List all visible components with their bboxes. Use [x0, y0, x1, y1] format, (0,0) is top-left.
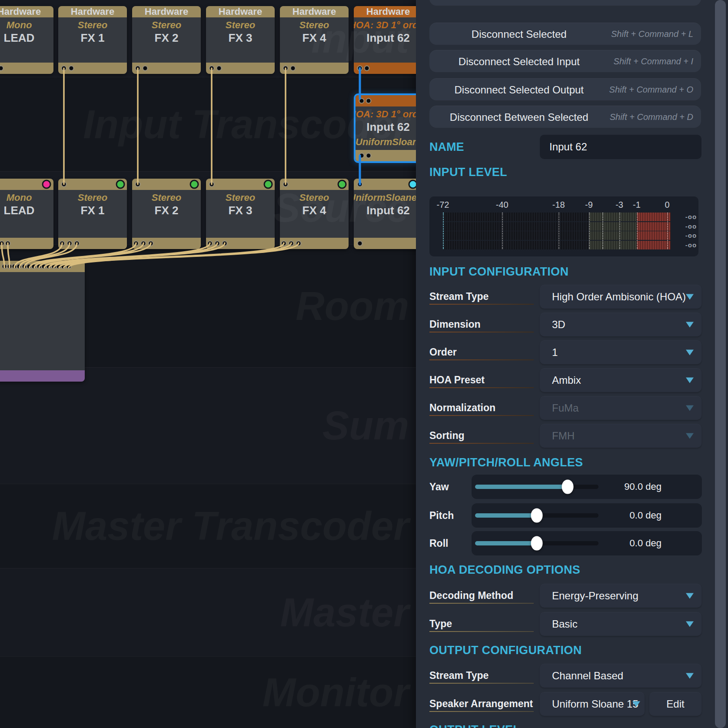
node-graph-canvas[interactable]: HardwareMonoLEADHardwareStereoFX 1Hardwa…	[0, 0, 416, 728]
hw-input-lead[interactable]: HardwareMonoLEAD	[0, 6, 53, 74]
meter-channel-value: -oo	[678, 231, 704, 240]
speaker-edit-button[interactable]: Edit	[649, 692, 701, 716]
source-fx3[interactable]: StereoFX 3	[206, 179, 275, 249]
port[interactable]	[357, 66, 363, 71]
port[interactable]	[60, 241, 65, 246]
hoa-preset-dropdown[interactable]: Ambix	[540, 368, 701, 392]
order-dropdown[interactable]: 1	[540, 340, 701, 364]
source-input-62[interactable]: UniformSloane15Input 62	[354, 179, 416, 249]
port[interactable]	[133, 241, 139, 246]
slider-track[interactable]	[475, 541, 598, 545]
port[interactable]	[283, 66, 289, 71]
node-subtitle: UniformSloane15	[354, 192, 416, 203]
disconnect-selected-output-button[interactable]: Disconnect Selected OutputShift + Comman…	[429, 78, 701, 101]
name-input[interactable]: Input 62	[540, 135, 701, 159]
port[interactable]	[289, 241, 294, 246]
pitch-slider[interactable]: 0.0 deg	[472, 503, 702, 528]
port[interactable]	[209, 66, 215, 71]
port[interactable]	[366, 98, 372, 104]
port[interactable]	[5, 241, 11, 246]
node-input-band	[206, 179, 275, 190]
node-output-band	[206, 63, 275, 74]
node-output-band	[132, 63, 201, 74]
roll-slider[interactable]: 0.0 deg	[472, 531, 702, 555]
chevron-down-icon	[686, 433, 694, 439]
type-label: Type	[429, 612, 452, 636]
port[interactable]	[141, 241, 146, 246]
hoa-decoding-header: HOA DECODING OPTIONS	[429, 563, 580, 577]
speaker-arrangement-dropdown[interactable]: Uniform Sloane 15	[540, 692, 645, 716]
port[interactable]	[143, 66, 148, 71]
port[interactable]	[74, 241, 80, 246]
meter-zone-mid	[589, 222, 637, 231]
slider-track[interactable]	[475, 485, 598, 489]
panel-scrollbar-track	[726, 0, 728, 728]
port[interactable]	[0, 66, 4, 71]
port[interactable]	[359, 153, 365, 159]
room-node[interactable]: dr)URAL	[0, 261, 85, 382]
node-header: Hardware	[132, 6, 201, 17]
node-subtitle: Mono	[7, 20, 32, 31]
yaw-slider-row: Yaw90.0 deg	[416, 475, 728, 499]
port[interactable]	[357, 241, 363, 246]
node-output-band	[354, 238, 416, 249]
disconnect-between-selected-button[interactable]: Disconnect Between SelectedShift + Comma…	[429, 106, 701, 129]
port[interactable]	[0, 241, 5, 246]
meter-channel-value: -oo	[678, 213, 704, 221]
input-transcoder-62[interactable]: HOA: 3D 1° orderInput 62UniformSloane15	[354, 93, 416, 163]
hw-input-fx2[interactable]: HardwareStereoFX 2	[132, 6, 201, 74]
port[interactable]	[69, 66, 74, 71]
button-label: Disconnect Between Selected	[429, 111, 598, 123]
panel-button-partial[interactable]	[429, 0, 701, 7]
port[interactable]	[67, 241, 73, 246]
source-fx2[interactable]: StereoFX 2	[132, 179, 201, 249]
meter-gridline	[558, 213, 559, 249]
decoding-method-dropdown[interactable]: Energy-Preserving	[540, 584, 701, 608]
port[interactable]	[364, 66, 370, 71]
node-title: FX 3	[229, 204, 253, 217]
dimension-dropdown[interactable]: 3D	[540, 312, 701, 336]
hw-input-62[interactable]: HardwareHOA: 3D 1° orderInput 62	[354, 6, 416, 74]
port[interactable]	[61, 66, 67, 71]
stream-type-dropdown[interactable]: Channel Based	[540, 664, 701, 688]
port[interactable]	[283, 182, 289, 187]
yaw-slider[interactable]: 90.0 deg	[472, 475, 702, 499]
source-lead[interactable]: MonoLEAD	[0, 179, 53, 249]
stream-type-row: Stream TypeHigh Order Ambisonic (HOA)	[416, 285, 728, 309]
port[interactable]	[366, 153, 372, 159]
type-dropdown[interactable]: Basic	[540, 612, 701, 636]
meter-gridline	[502, 213, 503, 249]
port[interactable]	[61, 182, 67, 187]
slider-thumb[interactable]	[562, 480, 574, 494]
port[interactable]	[209, 182, 215, 187]
port[interactable]	[215, 241, 220, 246]
panel-scrollbar-thumb[interactable]	[715, 0, 726, 728]
port[interactable]	[359, 98, 365, 104]
port[interactable]	[296, 241, 302, 246]
source-fx1[interactable]: StereoFX 1	[58, 179, 127, 249]
slider-track[interactable]	[475, 513, 598, 518]
hw-input-fx4[interactable]: HardwareStereoFX 4	[280, 6, 349, 74]
order-row: Order1	[416, 340, 728, 364]
node-title: Input 62	[366, 120, 410, 134]
hw-input-fx3[interactable]: HardwareStereoFX 3	[206, 6, 275, 74]
port[interactable]	[222, 241, 228, 246]
source-fx4[interactable]: StereoFX 4	[280, 179, 349, 249]
disconnect-selected-input-button[interactable]: Disconnect Selected InputShift + Command…	[429, 50, 701, 73]
port[interactable]	[216, 66, 222, 71]
slider-thumb[interactable]	[531, 536, 543, 551]
port[interactable]	[135, 66, 141, 71]
stream-type-dropdown[interactable]: High Order Ambisonic (HOA)	[540, 285, 701, 309]
meter-gridline	[637, 213, 638, 249]
port[interactable]	[281, 241, 287, 246]
slider-thumb[interactable]	[531, 509, 543, 523]
port[interactable]	[290, 66, 296, 71]
disconnect-selected-button[interactable]: Disconnect SelectedShift + Command + L	[429, 23, 701, 46]
port[interactable]	[135, 182, 141, 187]
port[interactable]	[207, 241, 213, 246]
hw-input-fx1[interactable]: HardwareStereoFX 1	[58, 6, 127, 74]
port[interactable]	[148, 241, 154, 246]
port[interactable]	[66, 264, 72, 269]
port[interactable]	[357, 182, 363, 187]
label-underline	[429, 443, 534, 444]
